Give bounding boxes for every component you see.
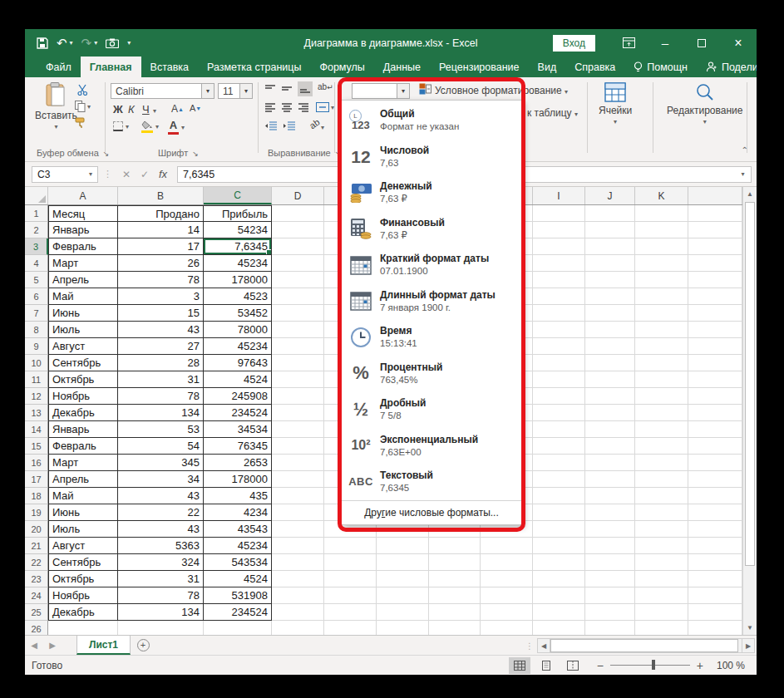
column-header-J[interactable]: J xyxy=(585,187,635,204)
row-header-23[interactable]: 23 xyxy=(25,571,48,587)
paste-button[interactable]: Вставить ▾ xyxy=(35,82,77,130)
cell-J12[interactable] xyxy=(585,388,635,405)
cell-C26[interactable] xyxy=(204,621,272,635)
format-menu-item-7[interactable]: Время15:13:41 xyxy=(342,319,521,356)
cell-B8[interactable]: 43 xyxy=(118,322,204,338)
cell-A25[interactable]: Декабрь xyxy=(48,604,118,621)
italic-button[interactable]: К xyxy=(128,103,135,116)
minimize-button[interactable]: – xyxy=(647,29,683,57)
cell-B14[interactable]: 53 xyxy=(118,421,204,438)
tab-page-layout[interactable]: Разметка страницы xyxy=(198,57,310,77)
cell-K8[interactable] xyxy=(635,322,688,338)
cell-C17[interactable]: 178000 xyxy=(204,471,272,488)
row-header-10[interactable]: 10 xyxy=(25,355,48,371)
cell-C2[interactable]: 54234 xyxy=(204,222,272,238)
row-header-2[interactable]: 2 xyxy=(25,222,48,238)
cell-B22[interactable]: 324 xyxy=(118,554,204,571)
more-number-formats-item[interactable]: Другие числовые форматы... xyxy=(342,500,521,524)
format-menu-item-3[interactable]: Денежный7,63 ₽ xyxy=(342,174,521,211)
font-family-combo[interactable]: Calibri▾ xyxy=(111,83,214,99)
scroll-right-icon[interactable]: ▶ xyxy=(742,638,755,653)
cell-J5[interactable] xyxy=(585,272,635,288)
select-all-corner[interactable] xyxy=(25,187,48,204)
insert-function-icon[interactable]: fx xyxy=(154,168,172,180)
cell-D2[interactable] xyxy=(272,222,324,238)
cell-B21[interactable]: 5363 xyxy=(118,538,204,554)
row-header-8[interactable]: 8 xyxy=(25,322,48,338)
cell-H22[interactable] xyxy=(481,554,533,571)
row-header-13[interactable]: 13 xyxy=(25,405,48,421)
cell-I7[interactable] xyxy=(533,305,585,322)
cell-J10[interactable] xyxy=(585,355,635,371)
underline-dropdown-icon[interactable]: ▾ xyxy=(153,107,156,115)
tab-formulas[interactable]: Формулы xyxy=(310,57,373,77)
row-header-5[interactable]: 5 xyxy=(25,272,48,288)
row-header-4[interactable]: 4 xyxy=(25,255,48,272)
cell-J4[interactable] xyxy=(585,255,635,272)
scroll-up-icon[interactable]: ▲ xyxy=(743,187,757,201)
cell-D9[interactable] xyxy=(272,338,324,355)
column-header-B[interactable]: B xyxy=(118,187,204,204)
cell-A12[interactable]: Ноябрь xyxy=(48,388,118,405)
cell-A9[interactable]: Август xyxy=(48,338,118,355)
row-header-25[interactable]: 25 xyxy=(25,604,48,621)
row-header-7[interactable]: 7 xyxy=(25,305,48,322)
tab-home[interactable]: Главная xyxy=(81,57,141,77)
cell-J7[interactable] xyxy=(585,305,635,322)
cell-J2[interactable] xyxy=(585,222,635,238)
cell-A26[interactable] xyxy=(48,621,118,635)
cell-H24[interactable] xyxy=(481,587,533,604)
cell-K2[interactable] xyxy=(635,222,688,238)
cell-K5[interactable] xyxy=(635,272,688,288)
prev-sheet-icon[interactable]: ◀ xyxy=(25,636,43,655)
row-header-18[interactable]: 18 xyxy=(25,488,48,504)
cell-K6[interactable] xyxy=(635,288,688,305)
cell-I26[interactable] xyxy=(533,621,585,635)
cut-icon[interactable] xyxy=(76,84,89,96)
cell-I2[interactable] xyxy=(533,222,585,238)
conditional-formatting-button[interactable]: Условное форматирование ▾ xyxy=(435,85,568,96)
cell-E22[interactable] xyxy=(324,554,377,571)
cell-C24[interactable]: 531908 xyxy=(204,587,272,604)
cell-K4[interactable] xyxy=(635,255,688,272)
tab-share[interactable]: Поделиться xyxy=(697,57,757,77)
cell-B1[interactable]: Продано xyxy=(118,205,204,222)
format-menu-item-6[interactable]: Длинный формат даты7 января 1900 г. xyxy=(342,283,521,320)
cell-B10[interactable]: 28 xyxy=(118,355,204,371)
grow-font-button[interactable]: А▲ xyxy=(171,103,184,115)
cell-G26[interactable] xyxy=(429,621,481,635)
cell-I17[interactable] xyxy=(533,471,585,488)
cell-I19[interactable] xyxy=(533,504,585,521)
cell-K18[interactable] xyxy=(635,488,688,504)
cell-C6[interactable]: 4523 xyxy=(204,288,272,305)
cell-A13[interactable]: Декабрь xyxy=(48,405,118,421)
cell-G25[interactable] xyxy=(429,604,481,621)
cell-K1[interactable] xyxy=(635,205,688,222)
row-header-6[interactable]: 6 xyxy=(25,288,48,305)
cell-K21[interactable] xyxy=(635,538,688,554)
cell-C5[interactable]: 178000 xyxy=(204,272,272,288)
sign-in-button[interactable]: Вход xyxy=(553,35,595,52)
cell-B13[interactable]: 134 xyxy=(118,405,204,421)
cell-K12[interactable] xyxy=(635,388,688,405)
row-header-11[interactable]: 11 xyxy=(25,371,48,388)
cell-C1[interactable]: Прибыль xyxy=(204,205,272,222)
cell-F26[interactable] xyxy=(377,621,429,635)
align-middle-icon[interactable] xyxy=(281,84,293,94)
cell-J17[interactable] xyxy=(585,471,635,488)
orientation-icon[interactable]: ab xyxy=(308,117,322,131)
redo-dropdown-icon[interactable]: ▾ xyxy=(94,39,97,47)
cell-I13[interactable] xyxy=(533,405,585,421)
cell-B9[interactable]: 27 xyxy=(118,338,204,355)
cell-F23[interactable] xyxy=(377,571,429,587)
wrap-text-icon[interactable]: ab↵ xyxy=(318,82,333,91)
cell-F22[interactable] xyxy=(377,554,429,571)
cell-A3[interactable]: Февраль xyxy=(48,238,118,255)
cell-E23[interactable] xyxy=(324,571,377,587)
cell-J14[interactable] xyxy=(585,421,635,438)
cell-D22[interactable] xyxy=(272,554,324,571)
cell-B18[interactable]: 43 xyxy=(118,488,204,504)
cell-F21[interactable] xyxy=(377,538,429,554)
cell-A14[interactable]: Январь xyxy=(48,421,118,438)
cell-B4[interactable]: 26 xyxy=(118,255,204,272)
